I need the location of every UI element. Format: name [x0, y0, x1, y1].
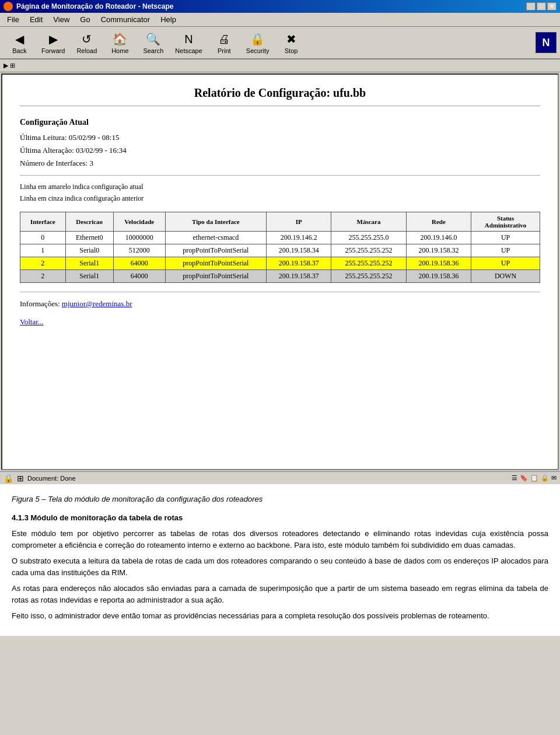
col-rede: Rede: [406, 212, 471, 232]
home-icon: 🏠: [112, 31, 128, 47]
status-icon-d[interactable]: 🔒: [541, 474, 549, 482]
reload-button[interactable]: ↺ Reload: [71, 29, 103, 56]
status-text: Document: Done: [27, 475, 76, 482]
section-413-heading: 4.1.3 Módulo de monitoração da tabela de…: [12, 512, 548, 524]
close-button[interactable]: ✕: [547, 2, 556, 10]
separator2: [20, 292, 540, 292]
toolbar: ◀ Back ▶ Forward ↺ Reload 🏠 Home 🔍 Searc…: [0, 27, 560, 60]
security-icon: 🔒: [250, 31, 266, 47]
page-title: Relatório de Configuração: ufu.bb: [20, 86, 540, 106]
back-button[interactable]: ◀ Back: [4, 29, 36, 56]
back-link[interactable]: Voltar...: [20, 317, 540, 327]
table-header-row: Interface Descricao Velocidade Tipo da I…: [20, 212, 540, 232]
search-icon: 🔍: [145, 31, 162, 47]
status-icon-a[interactable]: ☰: [512, 474, 517, 482]
menu-edit[interactable]: Edit: [25, 14, 47, 25]
window-controls[interactable]: _ □ ✕: [526, 2, 556, 10]
table-row: 2Serial164000propPointToPointSerial200.1…: [20, 257, 540, 270]
forward-button[interactable]: ▶ Forward: [37, 29, 69, 56]
status-right-icons: ☰ 🔖 📋 🔒 ✉: [512, 474, 556, 482]
print-button[interactable]: 🖨 Print: [208, 29, 240, 56]
ultima-alteracao: Última Alteração: 03/02/99 - 16:34: [20, 146, 540, 155]
stop-icon: ✖: [283, 31, 299, 47]
print-icon: 🖨: [216, 31, 232, 47]
lock-icon: 🔒: [4, 474, 13, 483]
netscape-button[interactable]: N Netscape: [170, 29, 206, 56]
section-title: Configuração Atual: [20, 118, 540, 127]
status-icon2: ⊞: [17, 474, 24, 483]
section-413-para1: Este módulo tem por objetivo percorrer a…: [12, 528, 548, 551]
col-interface: Interface: [20, 212, 66, 232]
home-button[interactable]: 🏠 Home: [104, 29, 136, 56]
col-descricao: Descricao: [65, 212, 113, 232]
table-row: 1Serial0512000propPointToPointSerial200.…: [20, 244, 540, 257]
search-button[interactable]: 🔍 Search: [137, 29, 169, 56]
netscape-icon: N: [181, 31, 197, 47]
menu-help[interactable]: Help: [156, 14, 181, 25]
col-status: StatusAdministrativo: [471, 212, 540, 232]
col-ip: IP: [266, 212, 331, 232]
col-tipo: Tipo da Interface: [165, 212, 266, 232]
browser-content[interactable]: Relatório de Configuração: ufu.bb Config…: [1, 74, 559, 470]
legend1: Linha em amarelo indica configuração atu…: [20, 183, 540, 191]
stop-button[interactable]: ✖ Stop: [275, 29, 307, 56]
section-413-para2: O substrato executa a leitura da tabela …: [12, 555, 548, 578]
netscape-logo: N: [536, 32, 556, 53]
menu-bar: File Edit View Go Communicator Help: [0, 13, 560, 27]
forward-icon: ▶: [45, 31, 61, 47]
page-content: Relatório de Configuração: ufu.bb Config…: [2, 75, 558, 338]
security-button[interactable]: 🔒 Security: [242, 29, 274, 56]
title-bar: Página de Monitoração do Roteador - Nets…: [0, 0, 560, 13]
reload-icon: ↺: [79, 31, 95, 47]
section-413-para3: As rotas para endereços não alocados são…: [12, 583, 548, 606]
window-title: Página de Monitoração do Roteador - Nets…: [16, 2, 173, 10]
col-velocidade: Velocidade: [113, 212, 165, 232]
app-icon: [4, 2, 13, 11]
menu-communicator[interactable]: Communicator: [96, 14, 155, 25]
status-icon-b[interactable]: 🔖: [520, 474, 528, 482]
status-icon-c[interactable]: 📋: [530, 474, 538, 482]
menu-file[interactable]: File: [2, 14, 24, 25]
status-bar: 🔒 ⊞ Document: Done ☰ 🔖 📋 🔒 ✉: [0, 471, 560, 484]
section-413-para4: Feito isso, o administrador deve então t…: [12, 610, 548, 622]
menu-view[interactable]: View: [48, 14, 74, 25]
num-interfaces: Número de Interfaces: 3: [20, 159, 540, 168]
ultima-leitura: Última Leitura: 05/02/99 - 08:15: [20, 133, 540, 142]
url-label: ▶ ⊞: [4, 62, 15, 69]
table-row: 2Serial164000propPointToPointSerial200.1…: [20, 270, 540, 283]
minimize-button[interactable]: _: [526, 2, 536, 10]
col-mascara: Máscara: [331, 212, 406, 232]
url-bar: ▶ ⊞: [0, 60, 560, 72]
info-line: Informações: mjunior@redeminas.br: [20, 299, 540, 309]
table-row: 0Ethernet010000000ethernet-csmacd200.19.…: [20, 232, 540, 244]
back-icon: ◀: [12, 31, 28, 47]
figure-caption: Figura 5 – Tela do módulo de monitoração…: [12, 494, 548, 505]
separator1: [20, 175, 540, 176]
menu-go[interactable]: Go: [75, 14, 94, 25]
maximize-button[interactable]: □: [537, 2, 546, 10]
info-email-link[interactable]: mjunior@redeminas.br: [62, 299, 132, 308]
status-icon-e[interactable]: ✉: [551, 474, 556, 482]
interfaces-table: Interface Descricao Velocidade Tipo da I…: [20, 212, 540, 283]
caption-section: Figura 5 – Tela do módulo de monitoração…: [0, 484, 560, 636]
legend2: Linha em cinza indica configuração anter…: [20, 194, 540, 203]
